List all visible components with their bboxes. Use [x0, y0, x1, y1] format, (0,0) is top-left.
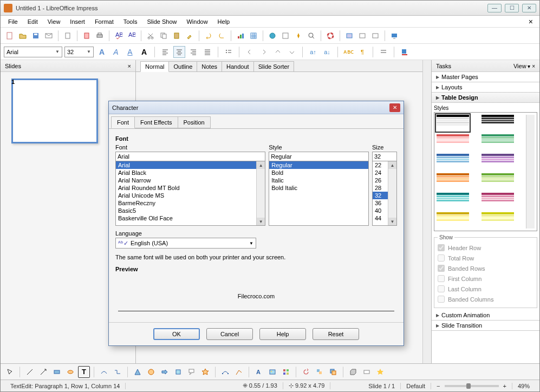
tab-normal[interactable]: Normal	[140, 61, 169, 72]
basic-shapes-tool[interactable]	[132, 366, 144, 378]
character-button[interactable]: ᴀʙᴄ	[342, 46, 354, 58]
edit-doc-button[interactable]	[62, 30, 74, 42]
menu-tools[interactable]: Tools	[119, 17, 142, 26]
list-scrollbar[interactable]: ▲▼	[256, 161, 265, 225]
menu-file[interactable]: File	[4, 17, 22, 26]
move-up-button[interactable]	[272, 46, 284, 58]
styles-scrollbar[interactable]	[526, 115, 535, 228]
shadow-button[interactable]: A	[138, 46, 150, 58]
list-item[interactable]: 28	[373, 184, 388, 192]
undo-button[interactable]	[203, 30, 214, 42]
language-select[interactable]: ᴬᵇ✓ English (USA) ▼	[115, 238, 256, 249]
task-custom-animation[interactable]: ▶Custom Animation	[432, 310, 539, 321]
menu-edit[interactable]: Edit	[23, 17, 42, 26]
menu-format[interactable]: Format	[90, 17, 118, 26]
glue-points-tool[interactable]	[233, 366, 245, 378]
dialog-tab-font-effects[interactable]: Font Effects	[134, 116, 178, 128]
size-input[interactable]	[372, 152, 397, 161]
points-tool[interactable]	[219, 366, 231, 378]
task-layouts[interactable]: ▶Layouts	[432, 82, 539, 93]
list-item[interactable]: Arial Unicode MS	[116, 192, 256, 199]
list-item[interactable]: 40	[373, 207, 388, 214]
line-tool[interactable]	[24, 366, 36, 378]
help-button[interactable]: Help	[259, 328, 306, 340]
export-pdf-button[interactable]	[81, 30, 93, 42]
list-item[interactable]: Bold	[269, 169, 368, 177]
close-button[interactable]: ✕	[522, 4, 536, 12]
slide-thumbnail[interactable]: 1	[11, 79, 103, 143]
spellcheck-button[interactable]: ABC	[113, 30, 125, 42]
slide-design-button[interactable]	[356, 30, 368, 42]
minimize-button[interactable]: —	[487, 4, 502, 12]
format-paintbrush-button[interactable]	[184, 30, 196, 42]
check-banded-columns[interactable]: Banded Columns	[438, 294, 534, 304]
symbol-shapes-tool[interactable]	[145, 366, 157, 378]
list-item[interactable]: BarmeReczny	[116, 199, 256, 207]
paragraph-button[interactable]: ¶	[356, 46, 368, 58]
autospell-button[interactable]: ABC	[126, 30, 138, 42]
list-item[interactable]: Arial Narrow	[116, 177, 256, 184]
maximize-button[interactable]: ☐	[505, 4, 519, 12]
curve-tool[interactable]	[98, 366, 110, 378]
print-button[interactable]	[94, 30, 106, 42]
table-style-item[interactable]	[437, 134, 469, 151]
alignment-tool[interactable]	[314, 366, 326, 378]
promote-button[interactable]	[244, 46, 256, 58]
list-item[interactable]: Arial Rounded MT Bold	[116, 184, 256, 192]
tab-outline[interactable]: Outline	[168, 61, 197, 71]
table-style-item[interactable]	[437, 173, 469, 190]
hyperlink-button[interactable]	[266, 30, 278, 42]
tab-handout[interactable]: Handout	[222, 61, 254, 71]
list-scrollbar[interactable]: ▲▼	[388, 161, 396, 225]
list-item[interactable]: Basic5	[116, 207, 256, 214]
check-last-column[interactable]: Last Column	[438, 284, 534, 294]
task-slide-transition[interactable]: ▶Slide Transition	[432, 321, 539, 331]
zoom-button[interactable]	[305, 30, 317, 42]
align-right-button[interactable]	[187, 46, 199, 58]
fontwork-tool[interactable]: A	[253, 366, 265, 378]
numbering-button[interactable]	[378, 46, 389, 58]
callouts-tool[interactable]	[186, 366, 198, 378]
cancel-button[interactable]: Cancel	[206, 328, 253, 340]
task-table-design[interactable]: ▶Table Design	[432, 93, 539, 103]
rotate-tool[interactable]	[300, 366, 312, 378]
arrange-tool[interactable]	[327, 366, 339, 378]
navigator-button[interactable]	[292, 30, 304, 42]
extrusion-tool[interactable]	[347, 366, 359, 378]
task-master-pages[interactable]: ▶Master Pages	[432, 72, 539, 82]
save-button[interactable]	[30, 30, 42, 42]
start-slideshow-button[interactable]	[388, 30, 400, 42]
copy-button[interactable]	[158, 30, 170, 42]
align-center-button[interactable]	[173, 46, 185, 58]
vertical-scrollbar[interactable]	[422, 60, 431, 363]
font-color-button[interactable]	[399, 46, 411, 58]
zoom-control[interactable]: −+	[431, 383, 512, 389]
interaction-tool[interactable]	[361, 366, 373, 378]
font-listbox[interactable]: Arial Arial Black Arial Narrow Arial Rou…	[115, 161, 265, 226]
move-down-button[interactable]	[286, 46, 298, 58]
reset-button[interactable]: Reset	[313, 328, 359, 340]
document-close-icon[interactable]: ×	[525, 17, 536, 26]
menu-window[interactable]: Window	[182, 17, 212, 26]
table-style-item[interactable]	[482, 173, 514, 190]
bold-button[interactable]: A	[96, 46, 108, 58]
check-header-row[interactable]: Header Row	[438, 243, 534, 253]
ok-button[interactable]: OK	[153, 328, 200, 340]
italic-button[interactable]: A	[110, 46, 122, 58]
stars-tool[interactable]	[199, 366, 211, 378]
table-style-item[interactable]	[482, 193, 514, 209]
cut-button[interactable]	[145, 30, 157, 42]
text-tool[interactable]: T	[78, 366, 90, 378]
bullets-button[interactable]	[223, 46, 235, 58]
menu-help[interactable]: Help	[213, 17, 235, 26]
font-input[interactable]	[115, 152, 265, 161]
font-name-combo[interactable]: Arial▼	[4, 47, 62, 57]
style-input[interactable]	[269, 152, 369, 161]
table-style-item[interactable]	[437, 212, 469, 228]
table-style-item[interactable]	[482, 115, 514, 131]
check-total-row[interactable]: Total Row	[438, 253, 534, 263]
dialog-tab-font[interactable]: Font	[111, 116, 135, 128]
dialog-titlebar[interactable]: Character ✕	[109, 101, 404, 114]
demote-button[interactable]	[258, 46, 270, 58]
ellipse-tool[interactable]	[64, 366, 76, 378]
